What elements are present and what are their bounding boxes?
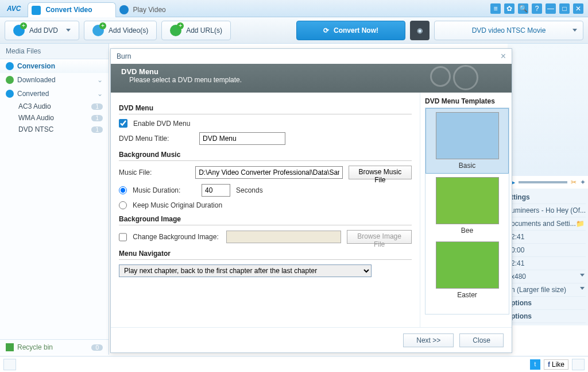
progress-track[interactable] [519,181,567,183]
settings-icon[interactable]: ✿ [504,3,514,14]
add-urls-button[interactable]: Add URL(s) [161,21,231,40]
settings-header: ptions [510,310,586,323]
template-thumbnail [436,241,499,289]
chevron-down-icon [66,29,71,32]
add-videos-button[interactable]: Add Video(s) [84,21,157,40]
panel-toggle-right[interactable] [572,359,585,370]
settings-row-res[interactable]: x480 [510,270,586,283]
profile-label: DVD video NTSC Movie [472,26,546,34]
keep-original-label: Keep Music Original Duration [133,201,222,209]
sidebar-subitem[interactable]: WMA Audio 1 [0,112,109,124]
search-icon[interactable]: 🔍 [518,3,528,14]
twitter-icon[interactable]: t [530,359,540,370]
quality-text: n (Larger file size) [511,286,566,294]
maximize-icon[interactable]: □ [559,3,570,14]
burn-button[interactable]: ◉ [410,21,430,40]
section-bg-music: Background Music [119,151,412,161]
recycle-bin[interactable]: Recycle bin 0 [0,339,109,355]
burn-icon: ◉ [417,26,423,34]
facebook-like-button[interactable]: f Like [544,359,568,370]
settings-row: 2:41 [510,257,586,270]
menu-icon[interactable]: ≡ [490,3,501,14]
settings-panel: ttings umineers - Ho Hey (Of... ocuments… [508,189,588,325]
change-bg-image-label: Change Background Image: [133,233,220,241]
menu-navigator-select[interactable]: Play next chapter, back to the first cha… [119,264,372,277]
settings-row[interactable]: ocuments and Setti... 📁 [510,217,586,231]
main-toolbar: Add DVD Add Video(s) Add URL(s) ⟳ Conver… [0,17,588,44]
scissors-icon[interactable]: ✂ [571,178,577,186]
burn-dialog: Burn × DVD Menu Please select a DVD menu… [110,48,512,353]
count-badge: 1 [91,126,103,133]
sidebar: Media Files Conversion Downloaded ⌄ Conv… [0,44,109,355]
convert-now-button[interactable]: ⟳ Convert Now! [296,21,405,40]
template-thumbnail [436,177,499,224]
template-bee[interactable]: Bee [425,174,509,238]
section-menu-navigator: Menu Navigator [119,250,412,260]
settings-header: ttings [510,191,586,204]
sidebar-subitem[interactable]: AC3 Audio 1 [0,101,109,112]
chevron-down-icon: ⌄ [97,90,103,98]
browse-image-button: Browse Image File [347,230,412,244]
minimize-icon[interactable]: — [546,3,556,14]
close-button[interactable]: Close [459,333,504,347]
sidebar-subitem[interactable]: DVD NTSC 1 [0,124,109,135]
browse-music-button[interactable]: Browse Music File [349,166,412,179]
add-dvd-button[interactable]: Add DVD [5,21,79,40]
output-profile-dropdown[interactable]: DVD video NTSC Movie [434,21,583,40]
enable-dvd-menu-label: Enable DVD Menu [133,120,190,128]
chevron-down-icon: ⌄ [97,76,103,84]
next-button[interactable]: Next >> [403,333,454,347]
facebook-icon: f [548,361,550,369]
music-duration-input[interactable] [202,184,230,197]
close-button[interactable]: × [501,51,506,62]
trash-icon [6,343,14,351]
download-icon [6,76,14,84]
wand-icon[interactable]: ✦ [580,178,586,186]
section-dvd-menu: DVD Menu [119,104,412,114]
template-easter[interactable]: Easter [425,238,509,302]
dvd-title-input[interactable] [199,132,285,145]
settings-row-quality[interactable]: n (Larger file size) [510,283,586,297]
help-icon[interactable]: ? [532,3,542,14]
count-badge: 1 [91,103,103,110]
refresh-icon: ⟳ [323,26,329,34]
tab-convert-video[interactable]: Convert Video [28,2,115,17]
settings-row: 0:00 [510,244,586,257]
path-text: ocuments and Setti... [511,220,576,228]
sidebar-item-conversion[interactable]: Conversion [0,59,109,73]
convert-icon [6,90,14,98]
sidebar-item-label: Downloaded [17,76,56,84]
folder-icon[interactable]: 📁 [576,220,585,228]
count-badge: 0 [91,344,103,351]
tab-play-video[interactable]: Play Video [116,2,189,17]
sidebar-item-label: Conversion [17,62,55,70]
keep-original-radio[interactable] [119,201,127,209]
globe-icon [170,25,181,36]
close-icon[interactable]: ✕ [573,3,583,14]
refresh-icon [32,6,41,15]
settings-row: 2:41 [510,231,586,244]
enable-dvd-menu-checkbox[interactable] [119,119,127,128]
title-bar: AVC Convert Video Play Video ≡ ✿ 🔍 ? — □… [0,0,588,17]
panel-toggle-left[interactable] [3,359,16,370]
music-file-input[interactable] [195,166,343,179]
button-label: Add URL(s) [186,26,222,34]
tab-label: Convert Video [45,6,92,14]
sidebar-item-downloaded[interactable]: Downloaded ⌄ [0,73,109,87]
section-bg-image: Background Image [119,215,412,225]
sidebar-item-converted[interactable]: Converted ⌄ [0,87,109,101]
window-controls: ≡ ✿ 🔍 ? — □ ✕ [490,3,588,14]
music-duration-radio[interactable] [119,186,127,194]
music-duration-label: Music Duration: [133,186,196,194]
app-logo: AVC [0,5,28,13]
template-basic[interactable]: Basic [425,108,509,174]
disc-icon [13,25,25,36]
convert-icon [6,62,14,70]
dvd-title-label: DVD Menu Title: [119,135,194,143]
dialog-banner: DVD Menu Please select a DVD menu templa… [111,64,512,93]
dialog-titlebar: Burn × [111,49,512,64]
settings-row[interactable]: umineers - Ho Hey (Of... [510,204,586,217]
templates-list[interactable]: Basic Bee Easter [425,108,509,315]
change-bg-image-checkbox[interactable] [119,233,127,241]
count-badge: 1 [91,115,103,121]
